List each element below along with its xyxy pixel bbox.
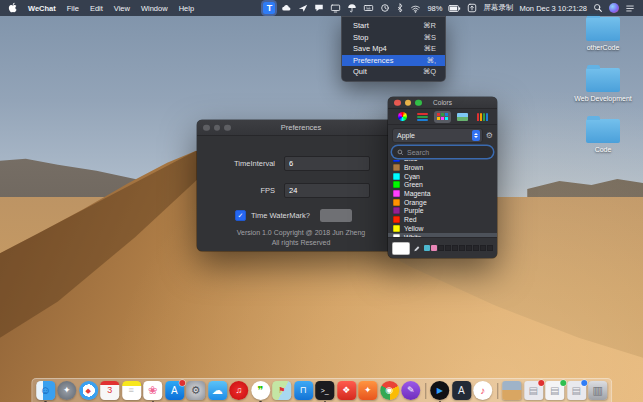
dock-red-design-app[interactable]: ❖: [337, 381, 356, 400]
color-row-purple[interactable]: Purple: [388, 207, 497, 216]
menu-edit[interactable]: Edit: [90, 4, 103, 13]
color-row-green[interactable]: Green: [388, 181, 497, 190]
zoom-button[interactable]: [224, 124, 231, 131]
notification-center-icon[interactable]: [625, 4, 635, 13]
watermark-checkbox[interactable]: ✓: [235, 210, 246, 221]
empty-swatch[interactable]: [438, 245, 444, 251]
dock-media-player[interactable]: ▶: [430, 381, 449, 400]
tab-color-palettes[interactable]: [434, 111, 451, 123]
umbrella-icon[interactable]: [347, 3, 357, 13]
close-button[interactable]: [203, 124, 210, 131]
timeinterval-field[interactable]: [284, 156, 370, 171]
eyedropper-icon[interactable]: [413, 244, 421, 253]
empty-swatch[interactable]: [466, 245, 472, 251]
battery-icon[interactable]: [448, 4, 461, 13]
menu-help[interactable]: Help: [179, 4, 194, 13]
dock-dark-a-app[interactable]: A: [452, 381, 471, 400]
empty-swatch[interactable]: [473, 245, 479, 251]
search-input[interactable]: [407, 149, 488, 156]
preferences-titlebar[interactable]: Preferences: [197, 120, 405, 136]
dock-netease-music[interactable]: ♫: [229, 381, 248, 400]
color-row-orange[interactable]: Orange: [388, 198, 497, 207]
dock-minimized-doc-green[interactable]: ▤: [545, 381, 564, 400]
dock-notes[interactable]: ≡: [122, 381, 141, 400]
dock-itunes[interactable]: ♪: [473, 381, 492, 400]
menu-view[interactable]: View: [114, 4, 130, 13]
desktop-folder-code[interactable]: Code: [567, 115, 639, 153]
empty-swatch[interactable]: [480, 245, 486, 251]
recorder-menu-extra[interactable]: T: [263, 2, 275, 14]
dock-safari[interactable]: ◆: [79, 381, 98, 400]
gear-icon[interactable]: ⚙: [486, 132, 493, 140]
menu-window[interactable]: Window: [141, 4, 168, 13]
empty-swatch[interactable]: [452, 245, 458, 251]
input-method-label[interactable]: 屏幕录制: [483, 3, 513, 13]
paper-plane-icon[interactable]: [298, 3, 308, 13]
color-row-cyan[interactable]: Cyan: [388, 172, 497, 181]
display-icon[interactable]: [330, 3, 341, 13]
current-color-swatch[interactable]: [392, 242, 410, 255]
desktop-folder-web-development[interactable]: Web Development: [567, 64, 639, 102]
dock-chrome[interactable]: ◉: [380, 381, 399, 400]
fps-field[interactable]: [284, 183, 370, 198]
menu-bar-clock[interactable]: Mon Dec 3 10:21:28: [519, 4, 587, 13]
recent-swatch[interactable]: [431, 245, 437, 251]
desktop-folder-othercode[interactable]: otherCode: [567, 13, 639, 51]
dock-finder[interactable]: ☺: [36, 381, 55, 400]
dock-minimized-doc-red[interactable]: ▤: [524, 381, 543, 400]
menu-item-preferences[interactable]: Preferences⌘,: [342, 55, 445, 67]
recent-swatch[interactable]: [424, 245, 430, 251]
dock-calendar[interactable]: 3: [100, 381, 119, 400]
tab-pencils[interactable]: [474, 111, 491, 123]
color-row-red[interactable]: Red: [388, 215, 497, 224]
tab-image-palettes[interactable]: [454, 111, 471, 123]
dock-app-store[interactable]: A: [165, 381, 184, 400]
dock-weiyun-cloud[interactable]: ☁: [208, 381, 227, 400]
palette-select[interactable]: Apple: [392, 128, 483, 143]
apple-menu-icon[interactable]: [8, 2, 17, 15]
color-row-brown[interactable]: Brown: [388, 163, 497, 172]
menu-item-save-mp4[interactable]: Save Mp4⌘E: [342, 43, 445, 55]
minimize-button[interactable]: [405, 99, 412, 106]
cloud-icon[interactable]: [281, 3, 292, 13]
minimize-button[interactable]: [214, 124, 221, 131]
dock-keynote[interactable]: ⊓: [294, 381, 313, 400]
empty-swatch[interactable]: [487, 245, 493, 251]
menu-item-start[interactable]: Start⌘R: [342, 20, 445, 32]
color-search-field[interactable]: [392, 146, 493, 158]
tab-color-wheel[interactable]: [394, 111, 411, 123]
dock-trash[interactable]: ▥: [588, 381, 607, 400]
colors-titlebar[interactable]: Colors: [388, 97, 497, 109]
empty-swatch[interactable]: [445, 245, 451, 251]
dock-maps[interactable]: ⚑: [272, 381, 291, 400]
dock-system-preferences[interactable]: ⚙: [186, 381, 205, 400]
dock-terminal[interactable]: >_: [315, 381, 334, 400]
menu-app-name[interactable]: WeChat: [28, 4, 56, 13]
dock-orange-app[interactable]: ✦: [358, 381, 377, 400]
zoom-button[interactable]: [415, 99, 422, 106]
siri-icon[interactable]: [609, 3, 619, 13]
spotlight-icon[interactable]: [593, 3, 603, 13]
dock-photos[interactable]: ❀: [143, 381, 162, 400]
close-button[interactable]: [394, 99, 401, 106]
app-box-icon[interactable]: [467, 3, 477, 13]
menu-file[interactable]: File: [67, 4, 79, 13]
menu-item-quit[interactable]: Quit⌘Q: [342, 66, 445, 78]
dock-minimized-doc-blue[interactable]: ▤: [567, 381, 586, 400]
dock-launchpad[interactable]: ✦: [57, 381, 76, 400]
dock-purple-pen-app[interactable]: ✎: [401, 381, 420, 400]
tab-color-sliders[interactable]: [414, 111, 431, 123]
color-row-yellow[interactable]: Yellow: [388, 224, 497, 233]
orange-app-icon: ✦: [364, 386, 372, 395]
color-row-magenta[interactable]: Magenta: [388, 189, 497, 198]
empty-swatch[interactable]: [459, 245, 465, 251]
menu-item-stop[interactable]: Stop⌘S: [342, 32, 445, 44]
dock-wechat[interactable]: ❞: [251, 381, 270, 400]
time-machine-icon[interactable]: [380, 3, 390, 13]
keyboard-icon[interactable]: [363, 3, 374, 13]
chat-icon[interactable]: [314, 3, 324, 13]
watermark-color-well[interactable]: [320, 209, 352, 222]
wifi-icon[interactable]: [410, 4, 421, 13]
bluetooth-icon[interactable]: [396, 3, 404, 13]
dock-desert-photo[interactable]: [502, 381, 521, 400]
